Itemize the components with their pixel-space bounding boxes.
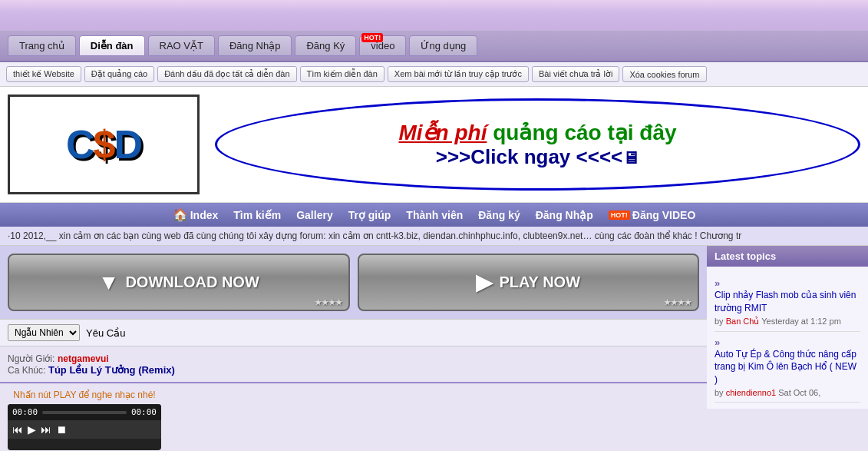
- main-content: ▼ DOWNLOAD NOW ★★★★ ▶ PLAY NOW ★★★★ Ngẫu…: [0, 246, 868, 451]
- title-row: Ca Khúc: Túp Lều Lý Tưởng (Remix): [8, 364, 699, 376]
- sidebar-body: » Clip nhảy Flash mob của sinh viên trườ…: [707, 267, 868, 409]
- marquee-strip: ·10 2012,__ xin cảm ơn các bạn cùng web …: [0, 227, 868, 246]
- ad-line2: >>>Click ngay <<<<🖥: [436, 145, 640, 169]
- player-top: 00:00 00:00: [8, 404, 161, 420]
- banner-area: C$D Miễn phí quảng cáo tại đây >>>Click …: [0, 87, 868, 203]
- nav2-tro-giup[interactable]: Trợ giúp: [348, 209, 391, 221]
- random-bar: Ngẫu Nhiên Yêu Cầu: [0, 319, 707, 347]
- play-button[interactable]: ▶ PLAY NOW ★★★★: [358, 254, 700, 311]
- toolbar-xem-bai-moi[interactable]: Xem bài mới từ lần truy cập trước: [388, 66, 529, 82]
- topic-meta: by chiendienno1 Sat Oct 06,: [715, 388, 860, 397]
- player-time: 00:00: [12, 407, 38, 417]
- nav2-tim-kiem[interactable]: Tìm kiếm: [233, 209, 281, 221]
- logo-dollar: $: [94, 122, 114, 167]
- nav2-gallery[interactable]: Gallery: [296, 209, 332, 221]
- hot-badge: HOT!: [361, 33, 383, 42]
- toolbar: thiết kế Website Đặt quảng cáo Đánh dấu …: [0, 62, 868, 87]
- download-sub: ★★★★: [315, 298, 342, 307]
- download-button[interactable]: ▼ DOWNLOAD NOW ★★★★: [8, 254, 350, 311]
- topic-item: » Auto Tự Ép & Công thức nâng cấp trang …: [715, 332, 860, 403]
- nav2-index[interactable]: 🏠 Index: [173, 207, 219, 222]
- random-select[interactable]: Ngẫu Nhiên: [8, 324, 80, 341]
- top-background: [0, 0, 868, 31]
- nav-bar2: 🏠 Index Tìm kiếm Gallery Trợ giúp Thành …: [0, 203, 868, 227]
- toolbar-dat-quang-cao[interactable]: Đặt quảng cáo: [84, 66, 154, 82]
- singer-label: Người Giới:: [8, 353, 54, 364]
- stop-button[interactable]: ⏹: [56, 423, 67, 436]
- nav2-hot-badge: HOT!: [609, 211, 630, 220]
- main-nav: Trang chủ Diễn đàn RAO VẶT Đăng Nhập Đăn…: [0, 31, 868, 62]
- nav2-dang-video[interactable]: HOT! Đăng VIDEO: [609, 209, 695, 221]
- audio-player-container: Nhấn nút PLAY để nghe nhạc nhé! 00:00 00…: [8, 390, 161, 450]
- latest-topics-section: Latest topics » Clip nhảy Flash mob của …: [707, 246, 868, 409]
- center-area: ▼ DOWNLOAD NOW ★★★★ ▶ PLAY NOW ★★★★ Ngẫu…: [0, 246, 707, 451]
- ad-line1: Miễn phí quảng cáo tại đây: [398, 120, 676, 146]
- nav-dang-nhap[interactable]: Đăng Nhập: [218, 35, 292, 56]
- player-total: 00:00: [131, 407, 157, 417]
- nav2-dang-ky[interactable]: Đăng ký: [478, 209, 520, 221]
- play-sub: ★★★★: [664, 298, 691, 307]
- play-icon: ▶: [476, 270, 493, 295]
- toolbar-thiet-ke[interactable]: thiết kế Website: [6, 66, 81, 82]
- topic-item: » Clip nhảy Flash mob của sinh viên trườ…: [715, 273, 860, 332]
- nav-dien-dan[interactable]: Diễn đàn: [79, 35, 145, 56]
- topic-bullet: »: [715, 277, 720, 289]
- topic-link[interactable]: Clip nhảy Flash mob của sinh viên trường…: [715, 289, 860, 315]
- ad-mien-phi: Miễn phí: [398, 121, 487, 144]
- nav-rao-vat[interactable]: RAO VẶT: [148, 35, 215, 56]
- title-label: Ca Khúc:: [8, 365, 45, 376]
- audio-label: Nhấn nút PLAY để nghe nhạc nhé!: [8, 390, 161, 400]
- prev-button[interactable]: ⏮: [12, 423, 23, 436]
- download-icon: ▼: [98, 270, 120, 295]
- play-pause-button[interactable]: ▶: [28, 423, 36, 436]
- toolbar-xoa-cookies[interactable]: Xóa cookies forum: [622, 66, 706, 82]
- nav2-thanh-vien[interactable]: Thành viên: [406, 209, 463, 221]
- topic-bullet: »: [715, 337, 720, 348]
- toolbar-bai-viet[interactable]: Bài viết chưa trả lời: [532, 66, 619, 82]
- right-sidebar: Latest topics » Clip nhảy Flash mob của …: [707, 246, 868, 451]
- audio-area: Nhấn nút PLAY để nghe nhạc nhé! 00:00 00…: [0, 383, 707, 451]
- next-button[interactable]: ⏭: [41, 423, 51, 436]
- ad-oval[interactable]: Miễn phí quảng cáo tại đây >>>Click ngay…: [215, 98, 860, 191]
- topic-author[interactable]: chiendienno1: [726, 388, 776, 397]
- rainbow-decoration: [204, 0, 665, 31]
- toolbar-danh-dau[interactable]: Đánh dấu đã đọc tất cả diễn đàn: [157, 66, 296, 82]
- title-value: Túp Lều Lý Tưởng (Remix): [48, 364, 175, 376]
- topic-link[interactable]: Auto Tự Ép & Công thức nâng cấp trang bị…: [715, 348, 860, 386]
- nav-ung-dung[interactable]: Ứng dụng: [409, 35, 477, 56]
- request-label: Yêu Cầu: [86, 327, 125, 339]
- nav2-dang-nhap[interactable]: Đăng Nhập: [536, 209, 593, 221]
- nav-video[interactable]: HOT! video: [359, 35, 406, 56]
- player-progress[interactable]: [42, 411, 127, 414]
- home-icon: 🏠: [173, 207, 188, 222]
- topic-meta: by Ban Chủ Yesterday at 1:12 pm: [715, 317, 860, 327]
- singer-row: Người Giới: netgamevui: [8, 353, 699, 364]
- singer-value: netgamevui: [58, 353, 109, 364]
- media-buttons: ▼ DOWNLOAD NOW ★★★★ ▶ PLAY NOW ★★★★: [0, 246, 707, 319]
- audio-player[interactable]: 00:00 00:00 ⏮ ▶ ⏭ ⏹: [8, 404, 161, 450]
- nav-dang-ky[interactable]: Đăng Ký: [295, 35, 356, 56]
- nav-trang-chu[interactable]: Trang chủ: [8, 35, 76, 56]
- toolbar-tim-kiem[interactable]: Tìm kiếm diễn đàn: [300, 66, 384, 82]
- logo-text: C$D: [66, 121, 141, 167]
- song-info: Người Giới: netgamevui Ca Khúc: Túp Lều …: [0, 347, 707, 383]
- latest-topics-header: Latest topics: [707, 246, 868, 267]
- player-controls: ⏮ ▶ ⏭ ⏹: [8, 420, 161, 439]
- topic-author[interactable]: Ban Chủ: [726, 317, 760, 326]
- logo-box: C$D: [8, 95, 200, 194]
